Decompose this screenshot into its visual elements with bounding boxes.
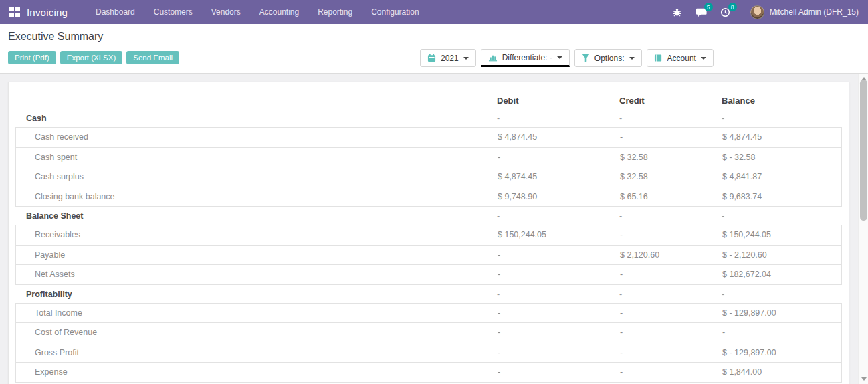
nav-menu-item[interactable]: Accounting <box>250 0 308 24</box>
year-filter-dropdown[interactable]: 2021 <box>420 49 476 67</box>
table-row[interactable]: Net Assets - - $ 182,672.04 <box>15 264 842 285</box>
row-debit-value: $ 4,874.45 <box>498 172 620 181</box>
top-navbar: Invoicing DashboardCustomersVendorsAccou… <box>0 0 868 24</box>
row-credit-value: - <box>619 114 722 123</box>
activities-button[interactable]: 8 <box>718 5 733 19</box>
row-balance-value: $ - 32.58 <box>722 153 841 162</box>
apps-menu-icon[interactable] <box>9 7 20 17</box>
bar-chart-icon <box>488 53 498 62</box>
table-row[interactable]: Receivables $ 150,244.05 - $ 150,244.05 <box>15 225 842 246</box>
comparison-filter-dropdown[interactable]: Differentiate: - <box>481 49 570 67</box>
report-sheet: Debit Credit Balance Cash - - - Cash rec… <box>8 82 849 384</box>
table-row[interactable]: Cash received $ 4,874.45 - $ 4,874.45 <box>15 127 842 148</box>
table-row[interactable]: Cash surplus $ 4,874.45 $ 32.58 $ 4,841.… <box>15 167 842 187</box>
options-filter-label: Options: <box>594 54 625 63</box>
row-balance-value: - <box>722 211 842 221</box>
user-menu[interactable]: Mitchell Admin (DFR_15) <box>750 5 859 19</box>
row-credit-value: $ 32.58 <box>620 172 722 181</box>
table-row[interactable]: Total Income - - $ - 129,897.00 <box>15 303 842 324</box>
row-debit-value: $ 4,874.45 <box>498 132 620 142</box>
row-credit-value: $ 2,120.60 <box>620 250 722 260</box>
column-header-debit: Debit <box>497 96 619 106</box>
table-row: Cash - - - <box>15 109 842 128</box>
vertical-scrollbar[interactable] <box>858 74 868 384</box>
row-debit-value: - <box>498 308 620 318</box>
row-credit-value: - <box>619 290 722 299</box>
row-credit-value: $ 32.58 <box>620 153 722 162</box>
chevron-down-icon <box>701 57 706 60</box>
action-buttons: Print (Pdf) Export (XLSX) Send Email <box>8 51 179 64</box>
row-label: Total Income <box>16 308 498 318</box>
row-balance-value: $ 4,841.87 <box>722 172 841 181</box>
table-row[interactable]: Cash spent - $ 32.58 $ - 32.58 <box>15 147 842 168</box>
table-row[interactable]: Cost of Revenue - - - <box>15 322 842 343</box>
row-label: Cash surplus <box>16 172 498 181</box>
table-row[interactable]: Closing bank balance $ 9,748.90 $ 65.16 … <box>15 187 842 207</box>
nav-menu-item[interactable]: Configuration <box>362 0 428 24</box>
row-label: Cash spent <box>16 153 498 162</box>
chevron-down-icon <box>463 57 469 60</box>
scroll-down-arrow-icon[interactable] <box>859 374 868 384</box>
debug-bug-icon[interactable] <box>670 5 685 19</box>
row-debit-value: - <box>498 153 620 162</box>
user-name: Mitchell Admin (DFR_15) <box>770 7 859 17</box>
funnel-icon <box>582 54 590 62</box>
messages-badge: 5 <box>704 3 713 11</box>
row-credit-value: - <box>619 211 722 221</box>
row-label: Gross Profit <box>16 348 498 357</box>
options-filter-dropdown[interactable]: Options: <box>574 49 642 67</box>
export-xlsx-button[interactable]: Export (XLSX) <box>60 51 123 64</box>
calendar-icon <box>427 54 436 62</box>
book-icon <box>654 54 663 62</box>
column-header-credit: Credit <box>619 96 722 106</box>
row-balance-value: $ - 2,120.60 <box>722 250 841 260</box>
row-balance-value: $ - 129,897.00 <box>722 308 841 318</box>
row-debit-value: - <box>498 367 620 377</box>
row-balance-value: $ - 129,897.00 <box>722 348 841 357</box>
app-name[interactable]: Invoicing <box>27 7 68 18</box>
table-row: Balance Sheet - - - <box>15 207 842 225</box>
nav-menu-item[interactable]: Vendors <box>202 0 250 24</box>
row-balance-value: - <box>722 290 842 299</box>
messages-button[interactable]: 5 <box>694 5 709 19</box>
table-row[interactable]: Payable - $ 2,120.60 $ - 2,120.60 <box>15 245 842 266</box>
row-debit-value: $ 9,748.90 <box>498 192 620 201</box>
filter-bar: 2021 Differentiate: - Options: <box>420 49 714 67</box>
row-balance-value: $ 9,683.74 <box>722 192 841 201</box>
row-label: Cash received <box>16 132 498 142</box>
row-debit-value: - <box>497 114 619 123</box>
nav-menu-item[interactable]: Dashboard <box>86 0 144 24</box>
nav-menu: DashboardCustomersVendorsAccountingRepor… <box>86 0 429 24</box>
row-label: Receivables <box>16 230 498 239</box>
print-pdf-button[interactable]: Print (Pdf) <box>8 51 56 64</box>
chevron-down-icon <box>557 56 562 59</box>
row-label: Payable <box>16 250 498 260</box>
row-credit-value: - <box>620 328 722 337</box>
row-debit-value: - <box>498 250 620 260</box>
executive-summary-table: Debit Credit Balance Cash - - - Cash rec… <box>15 92 842 383</box>
table-row[interactable]: Gross Profit - - $ - 129,897.00 <box>15 343 842 363</box>
year-filter-label: 2021 <box>441 54 459 63</box>
row-debit-value: $ 150,244.05 <box>498 230 620 239</box>
column-header-balance: Balance <box>722 96 842 106</box>
row-credit-value: - <box>620 230 722 239</box>
row-debit-value: - <box>497 290 619 299</box>
nav-menu-item[interactable]: Customers <box>144 0 202 24</box>
row-balance-value: $ 150,244.05 <box>722 230 841 239</box>
comparison-filter-label: Differentiate: - <box>502 53 552 62</box>
send-email-button[interactable]: Send Email <box>126 51 179 64</box>
row-debit-value: - <box>498 328 620 337</box>
scrollbar-thumb[interactable] <box>860 80 867 221</box>
row-balance-value: $ 182,672.04 <box>722 270 841 279</box>
row-credit-value: - <box>620 348 722 357</box>
row-label: Profitability <box>15 290 497 299</box>
table-row[interactable]: Expense - - $ 1,844.00 <box>15 362 842 383</box>
row-label: Cash <box>15 114 497 123</box>
row-label: Cost of Revenue <box>16 328 498 337</box>
nav-menu-item[interactable]: Reporting <box>308 0 362 24</box>
row-debit-value: - <box>498 348 620 357</box>
account-filter-dropdown[interactable]: Account <box>647 49 714 67</box>
row-credit-value: - <box>620 132 722 142</box>
row-label: Expense <box>16 367 498 377</box>
row-balance-value: $ 1,844.00 <box>722 367 841 377</box>
